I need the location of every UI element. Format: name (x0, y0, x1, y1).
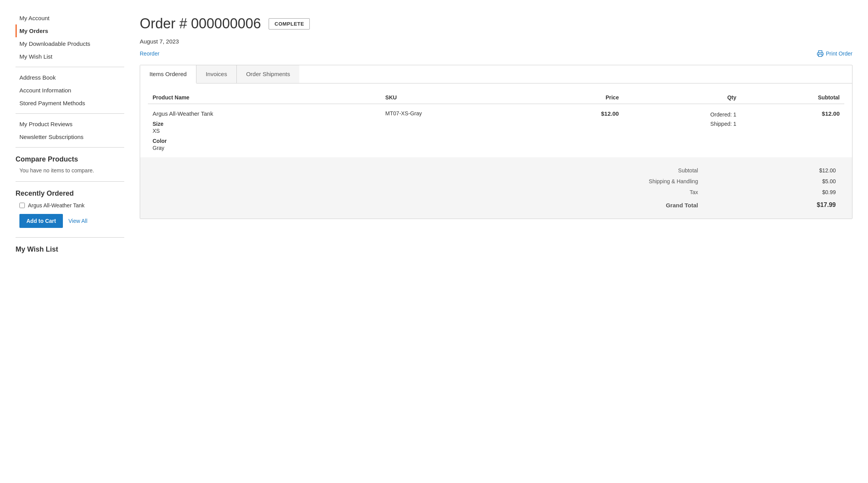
col-header-sku: SKU (381, 91, 533, 104)
order-header: Order # 000000006 COMPLETE (140, 16, 852, 32)
order-actions-left: Reorder (140, 50, 160, 57)
shipping-value: $5.00 (703, 176, 840, 187)
table-cell-product-name: Argus All-Weather Tank Size XS Color Gra… (148, 104, 381, 158)
sidebar-item-my-orders[interactable]: My Orders (16, 24, 124, 37)
sidebar-divider-4 (16, 181, 124, 182)
add-to-cart-button[interactable]: Add to Cart (19, 214, 63, 228)
table-cell-price: $12.00 (533, 104, 624, 158)
table-cell-sku: MT07-XS-Gray (381, 104, 533, 158)
size-label: Size (153, 121, 376, 127)
color-label: Color (153, 138, 376, 144)
subtotal-value: $12.00 (822, 110, 840, 117)
sidebar-item-account-information[interactable]: Account Information (16, 84, 124, 97)
color-value: Gray (153, 145, 376, 151)
printer-icon (817, 50, 824, 57)
totals-row-grand-total: Grand Total $17.99 (152, 198, 840, 211)
tabs-header: Items Ordered Invoices Order Shipments (140, 65, 852, 83)
totals-row-shipping: Shipping & Handling $5.00 (152, 176, 840, 187)
price-value: $12.00 (601, 110, 619, 117)
product-name: Argus All-Weather Tank (153, 110, 213, 117)
recently-ordered-item: Argus All-Weather Tank (16, 200, 124, 211)
sidebar-item-newsletter-subscriptions[interactable]: Newsletter Subscriptions (16, 130, 124, 143)
tab-order-shipments[interactable]: Order Shipments (237, 65, 299, 83)
totals-row-subtotal: Subtotal $12.00 (152, 165, 840, 176)
compare-products-empty: You have no items to compare. (16, 166, 124, 175)
size-value: XS (153, 128, 376, 134)
print-order-label: Print Order (826, 50, 852, 57)
totals-table: Subtotal $12.00 Shipping & Handling $5.0… (152, 165, 840, 211)
order-actions: Reorder Print Order (140, 50, 852, 57)
subtotal-total-value: $12.00 (703, 165, 840, 176)
sidebar-item-my-downloadable-products[interactable]: My Downloadable Products (16, 37, 124, 50)
totals-row-tax: Tax $0.99 (152, 187, 840, 198)
tab-invoices[interactable]: Invoices (196, 65, 237, 83)
subtotal-label: Subtotal (152, 165, 703, 176)
totals-section: Subtotal $12.00 Shipping & Handling $5.0… (140, 157, 852, 219)
sidebar-item-my-product-reviews[interactable]: My Product Reviews (16, 118, 124, 130)
sidebar-divider-5 (16, 237, 124, 238)
sidebar-item-my-account[interactable]: My Account (16, 12, 124, 24)
shipping-label: Shipping & Handling (152, 176, 703, 187)
recently-ordered-checkbox[interactable] (19, 203, 25, 208)
sidebar-divider-2 (16, 113, 124, 114)
grand-total-label: Grand Total (152, 198, 703, 211)
order-title: Order # 000000006 (140, 16, 261, 32)
recently-ordered-title: Recently Ordered (16, 189, 124, 198)
compare-products-title: Compare Products (16, 155, 124, 163)
sidebar-item-address-book[interactable]: Address Book (16, 71, 124, 84)
recently-ordered-item-label: Argus All-Weather Tank (28, 202, 85, 208)
order-table-body: Argus All-Weather Tank Size XS Color Gra… (148, 104, 844, 158)
col-header-product-name: Product Name (148, 91, 381, 104)
col-header-subtotal: Subtotal (741, 91, 844, 104)
tax-label: Tax (152, 187, 703, 198)
tab-items-ordered[interactable]: Items Ordered (140, 65, 196, 83)
order-date: August 7, 2023 (140, 38, 852, 45)
sidebar-item-stored-payment-methods[interactable]: Stored Payment Methods (16, 97, 124, 109)
tax-value: $0.99 (703, 187, 840, 198)
sidebar-divider-1 (16, 67, 124, 67)
order-table: Product Name SKU Price Qty Subtotal Argu… (148, 91, 844, 157)
main-content: Order # 000000006 COMPLETE August 7, 202… (140, 12, 852, 471)
qty-ordered: Ordered: 1 (710, 111, 736, 118)
order-table-wrapper: Product Name SKU Price Qty Subtotal Argu… (140, 83, 852, 157)
col-header-qty: Qty (623, 91, 741, 104)
col-header-price: Price (533, 91, 624, 104)
table-cell-qty: Ordered: 1 Shipped: 1 (623, 104, 741, 158)
sidebar-item-my-wish-list[interactable]: My Wish List (16, 50, 124, 63)
recently-ordered-actions: Add to Cart View All (16, 211, 124, 231)
wish-list-sidebar-title: My Wish List (16, 245, 124, 254)
order-tabs-container: Items Ordered Invoices Order Shipments P… (140, 65, 852, 219)
sidebar-divider-3 (16, 147, 124, 148)
print-order-link[interactable]: Print Order (817, 50, 852, 57)
table-row: Argus All-Weather Tank Size XS Color Gra… (148, 104, 844, 158)
reorder-link[interactable]: Reorder (140, 50, 160, 57)
qty-shipped: Shipped: 1 (710, 121, 736, 127)
order-table-head: Product Name SKU Price Qty Subtotal (148, 91, 844, 104)
svg-rect-0 (818, 54, 822, 57)
grand-total-value: $17.99 (703, 198, 840, 211)
order-status-badge: COMPLETE (269, 18, 310, 30)
view-all-link[interactable]: View All (68, 218, 87, 224)
table-cell-subtotal: $12.00 (741, 104, 844, 158)
sidebar: My Account My Orders My Downloadable Pro… (16, 12, 124, 471)
